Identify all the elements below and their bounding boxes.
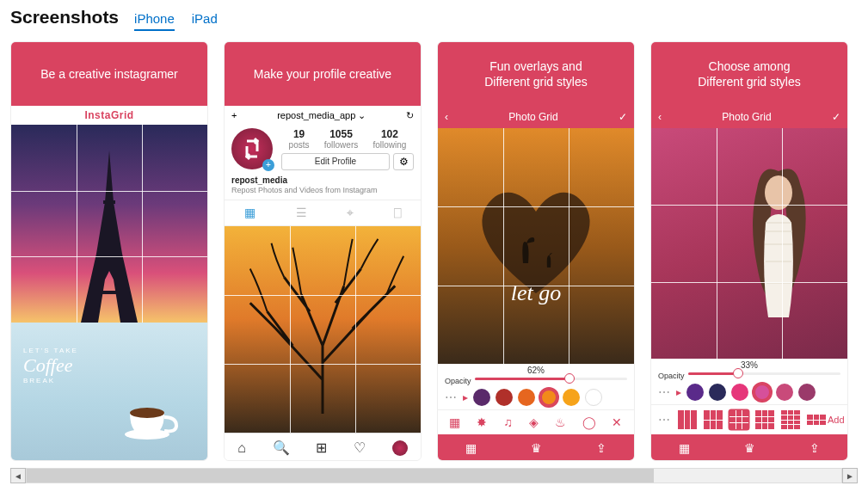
edit-profile-button: Edit Profile (281, 153, 390, 170)
color-swatch (686, 384, 704, 401)
color-swatch (473, 389, 490, 406)
grid-3x3-alt (755, 410, 774, 429)
opacity-value: 62% (445, 366, 627, 375)
avatar: + (231, 128, 273, 169)
grid-view-icon: ▦ (244, 206, 255, 220)
screenshot-caption: Fun overlays and Different grid styles (438, 42, 634, 106)
editor-canvas: let go (438, 128, 634, 364)
editor-navbar: ‹ Photo Grid ✓ (438, 106, 634, 128)
add-grid-button: Add (807, 415, 845, 425)
nav-title: Photo Grid (722, 111, 771, 123)
girl-image (727, 145, 830, 307)
editor-navbar: ‹ Photo Grid ✓ (651, 106, 847, 128)
add-badge-icon: + (262, 159, 274, 171)
stat-posts: 19posts (289, 128, 310, 150)
profile-header: + 19posts 1055followers 102following Edi… (225, 125, 421, 175)
app-title: InstaGrid (11, 106, 207, 125)
profile-bio: repost_media Repost Photos and Videos fr… (225, 175, 421, 200)
tab-ipad[interactable]: iPad (192, 11, 218, 31)
add-icon: + (231, 110, 237, 120)
feed-grid (225, 226, 421, 433)
crown-icon: ♛ (531, 441, 542, 455)
eiffel-image (11, 125, 207, 323)
screenshot-2[interactable]: Make your profile creative + repost_medi… (224, 41, 422, 461)
grid-1x3 (678, 410, 697, 429)
tab-iphone[interactable]: iPhone (134, 11, 175, 31)
grid-style-row: ⋯ Add (651, 404, 847, 434)
screenshot-1[interactable]: Be a creative instagramer InstaGrid LET'… (10, 41, 208, 461)
stat-followers: 1055followers (324, 128, 358, 150)
grid-preview: LET'S TAKE Coffee BREAK (11, 125, 207, 460)
svg-point-2 (765, 175, 792, 210)
color-swatch (798, 384, 816, 401)
svg-point-1 (130, 408, 164, 418)
opacity-slider (475, 378, 627, 380)
close-sticker-icon: ✕ (612, 415, 622, 429)
screenshot-body: ‹ Photo Grid ✓ let go 62% Opacity (438, 106, 634, 461)
grid-sticker-icon: ▦ (449, 415, 460, 429)
share-icon: ⇪ (810, 441, 820, 455)
editor-canvas (651, 128, 847, 359)
color-swatch (518, 389, 535, 406)
opacity-label: Opacity (445, 377, 471, 385)
grid-icon: ▦ (465, 441, 477, 455)
share-icon: ⇪ (596, 441, 606, 455)
color-swatches: ⋯ ▸ (651, 380, 847, 404)
horizontal-scrollbar[interactable]: ◄ ► (10, 468, 858, 483)
list-view-icon: ☰ (296, 206, 307, 220)
opacity-slider (688, 372, 840, 375)
view-mode-row: ▦ ☰ ⌖ ⎕ (225, 200, 421, 226)
screenshot-body: InstaGrid LET'S TAKE Coffee BREAK (11, 106, 207, 461)
more-left-icon: ⋯ (658, 385, 671, 399)
screenshots-header: Screenshots iPhone iPad (10, 7, 858, 31)
device-tabs: iPhone iPad (134, 11, 218, 31)
color-swatch (585, 389, 602, 406)
more-left-icon: ⋯ (658, 413, 671, 427)
opacity-control: 62% Opacity (438, 364, 634, 385)
diamond-sticker-icon: ◈ (529, 415, 539, 429)
back-icon: ‹ (445, 111, 448, 123)
scroll-left-button[interactable]: ◄ (10, 468, 26, 483)
coffee-image: LET'S TAKE Coffee BREAK (11, 323, 207, 460)
grid-2x3 (704, 410, 723, 429)
screenshot-caption: Make your profile creative (225, 42, 421, 106)
color-swatch (540, 389, 557, 406)
screenshot-body: ‹ Photo Grid ✓ 33% Opacity (651, 106, 847, 461)
grid-4x3 (781, 410, 800, 429)
scroll-right-button[interactable]: ► (842, 468, 858, 483)
like-icon: ♡ (354, 440, 366, 456)
username-dropdown: repost_media_app ⌄ (277, 110, 366, 121)
opacity-label: Opacity (658, 372, 685, 380)
bookmark-icon: ⎕ (394, 206, 401, 220)
music-sticker-icon: ♫ (503, 415, 513, 429)
editor-bottombar: ▦ ♛ ⇪ (651, 434, 847, 461)
section-title: Screenshots (10, 7, 119, 28)
screenshot-4[interactable]: Choose among Different grid styles ‹ Pho… (650, 41, 848, 461)
bbq-sticker-icon: ♨ (555, 415, 566, 429)
scroll-track[interactable] (26, 468, 842, 483)
tree-image (225, 226, 421, 433)
profile-stats: 19posts 1055followers 102following Edit … (281, 128, 414, 170)
screenshot-caption: Choose among Different grid styles (651, 42, 847, 106)
color-swatch (754, 384, 771, 401)
color-swatches: ⋯ ▸ (438, 385, 634, 409)
burst-sticker-icon: ✸ (477, 415, 487, 429)
search-icon: 🔍 (273, 440, 290, 456)
tagged-icon: ⌖ (347, 206, 354, 220)
screenshots-scroller: Be a creative instagramer InstaGrid LET'… (10, 41, 858, 483)
color-swatch (776, 384, 793, 401)
grid-icon: ▦ (679, 441, 690, 455)
add-post-icon: ⊞ (316, 440, 327, 456)
ring-sticker-icon: ◯ (582, 415, 596, 429)
screenshot-caption: Be a creative instagramer (11, 42, 207, 106)
scroll-thumb[interactable] (27, 469, 654, 483)
color-swatch (563, 389, 580, 406)
history-icon: ↻ (406, 110, 414, 121)
screenshot-3[interactable]: Fun overlays and Different grid styles ‹… (437, 41, 635, 461)
editor-bottombar: ▦ ♛ ⇪ (438, 434, 634, 461)
color-swatch (709, 384, 726, 401)
crown-icon: ♛ (744, 441, 755, 455)
nav-title: Photo Grid (508, 111, 557, 123)
screenshots-row[interactable]: Be a creative instagramer InstaGrid LET'… (10, 41, 858, 466)
done-icon: ✓ (832, 111, 840, 123)
